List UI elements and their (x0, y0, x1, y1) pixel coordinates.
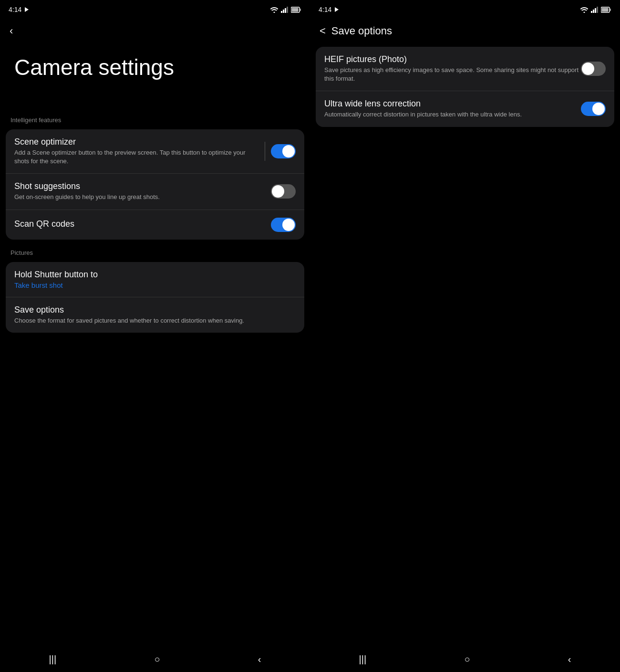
svg-marker-9 (335, 7, 339, 12)
scan-qr-row[interactable]: Scan QR codes (6, 210, 304, 240)
scan-qr-toggle-knob (282, 219, 295, 231)
right-battery-icon (601, 7, 611, 13)
left-status-icons (270, 7, 301, 13)
right-nav-recent[interactable]: ||| (350, 650, 376, 669)
left-nav-recent[interactable]: ||| (40, 650, 66, 669)
save-options-desc: Choose the format for saved pictures and… (14, 316, 296, 325)
heif-title: HEIF pictures (Photo) (324, 54, 581, 64)
scene-optimizer-toggle-knob (282, 145, 295, 158)
svg-rect-2 (281, 11, 282, 13)
left-nav-bottom: ||| ○ ‹ (0, 648, 310, 672)
svg-rect-17 (602, 8, 609, 11)
svg-rect-5 (287, 7, 288, 13)
play-icon (24, 7, 30, 12)
svg-rect-8 (292, 8, 299, 11)
heif-toggle[interactable] (581, 62, 606, 76)
svg-rect-11 (591, 11, 592, 13)
ultra-wide-toggle-knob (592, 103, 605, 115)
intelligent-features-card: Scene optimizer Add a Scene optimizer bu… (6, 129, 304, 240)
wifi-icon (270, 7, 279, 13)
ultra-wide-title: Ultra wide lens correction (324, 99, 581, 109)
scan-qr-title: Scan QR codes (14, 219, 271, 229)
signal-icon (281, 7, 289, 13)
right-nav-header: < Save options (310, 17, 620, 45)
scene-optimizer-toggle[interactable] (271, 144, 296, 158)
shot-suggestions-row[interactable]: Shot suggestions Get on-screen guides to… (6, 174, 304, 210)
save-options-card: HEIF pictures (Photo) Save pictures as h… (316, 47, 614, 127)
left-nav-back[interactable]: ‹ (248, 650, 271, 669)
right-nav-home[interactable]: ○ (455, 650, 479, 669)
svg-rect-3 (283, 10, 284, 13)
shot-suggestions-title: Shot suggestions (14, 181, 271, 191)
back-button-left[interactable]: ‹ (0, 17, 310, 45)
right-status-icons (580, 7, 611, 13)
left-nav-home[interactable]: ○ (145, 650, 169, 669)
hold-shutter-title: Hold Shutter button to (14, 270, 296, 280)
svg-rect-4 (285, 8, 286, 13)
scene-optimizer-row[interactable]: Scene optimizer Add a Scene optimizer bu… (6, 129, 304, 174)
right-nav-back[interactable]: ‹ (558, 650, 581, 669)
ultra-wide-toggle[interactable] (581, 102, 606, 116)
right-back-button[interactable]: < (320, 25, 326, 37)
shot-suggestions-toggle-knob (272, 185, 284, 198)
svg-rect-12 (593, 10, 594, 13)
svg-rect-14 (597, 7, 598, 13)
right-nav-bottom: ||| ○ ‹ (310, 648, 620, 672)
heif-desc: Save pictures as high efficiency images … (324, 66, 581, 83)
right-time: 4:14 (319, 6, 340, 13)
left-screen: 4:14 ‹ Camera settin (0, 0, 310, 672)
shot-suggestions-toggle[interactable] (271, 184, 296, 199)
right-signal-icon (591, 7, 599, 13)
pictures-card: Hold Shutter button to Take burst shot S… (6, 262, 304, 333)
shot-suggestions-desc: Get on-screen guides to help you line up… (14, 193, 271, 201)
time-text: 4:14 (9, 6, 21, 13)
right-wifi-icon (580, 7, 589, 13)
heif-row[interactable]: HEIF pictures (Photo) Save pictures as h… (316, 47, 614, 91)
svg-point-10 (584, 11, 585, 13)
svg-rect-13 (595, 8, 596, 13)
section-label-intelligent: Intelligent features (0, 109, 310, 127)
right-nav-title: Save options (331, 25, 392, 37)
ultra-wide-row[interactable]: Ultra wide lens correction Automatically… (316, 91, 614, 126)
battery-icon (291, 7, 301, 13)
save-options-title: Save options (14, 305, 296, 315)
hold-shutter-row[interactable]: Hold Shutter button to Take burst shot (6, 262, 304, 297)
svg-point-1 (274, 11, 275, 13)
heif-toggle-knob (582, 63, 594, 75)
svg-marker-0 (25, 7, 29, 12)
right-status-bar: 4:14 (310, 0, 620, 17)
section-label-pictures: Pictures (0, 242, 310, 260)
page-title: Camera settings (0, 45, 310, 109)
svg-rect-7 (300, 9, 301, 11)
left-status-bar: 4:14 (0, 0, 310, 17)
scene-optimizer-title: Scene optimizer (14, 137, 259, 147)
scan-qr-toggle[interactable] (271, 218, 296, 232)
left-time: 4:14 (9, 6, 30, 13)
right-time-text: 4:14 (319, 6, 331, 13)
right-play-icon (334, 7, 340, 12)
save-options-row[interactable]: Save options Choose the format for saved… (6, 297, 304, 333)
ultra-wide-desc: Automatically correct distortion in pict… (324, 110, 581, 119)
hold-shutter-link[interactable]: Take burst shot (14, 281, 296, 289)
scene-optimizer-desc: Add a Scene optimizer button to the prev… (14, 148, 259, 166)
scene-optimizer-divider (265, 142, 265, 161)
left-content: ‹ Camera settings Intelligent features S… (0, 17, 310, 672)
right-screen: 4:14 < Save options (310, 0, 620, 672)
svg-rect-16 (610, 9, 611, 11)
